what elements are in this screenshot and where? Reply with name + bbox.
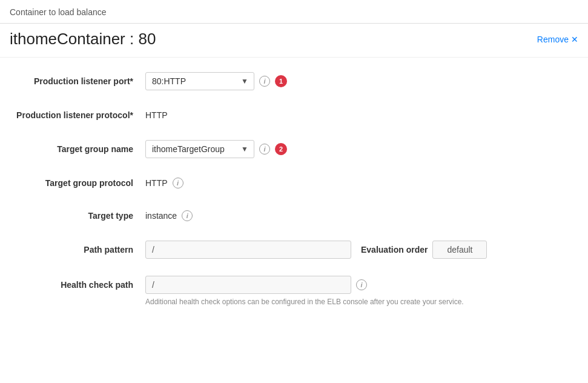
target-type-value: instance i — [145, 210, 576, 221]
remove-label: Remove — [537, 35, 569, 44]
production-listener-port-select[interactable]: 80:HTTP 443:HTTPS 8080:HTTP — [145, 72, 254, 90]
health-check-path-row: Health check path i Additional health ch… — [0, 267, 588, 315]
target-group-protocol-info-icon[interactable]: i — [173, 178, 183, 188]
health-check-path-info-icon[interactable]: i — [356, 279, 367, 290]
evaluation-order-input[interactable] — [432, 241, 487, 259]
target-group-protocol-text: HTTP — [145, 178, 168, 188]
target-group-name-label: Target group name — [12, 144, 145, 154]
target-group-protocol-value: HTTP i — [145, 178, 576, 188]
production-listener-protocol-value: HTTP — [145, 110, 576, 120]
path-pattern-input[interactable] — [145, 241, 351, 259]
target-group-name-select-wrapper: ithomeTargetGroup ▼ — [145, 140, 254, 158]
target-type-row: Target type instance i — [0, 199, 588, 232]
remove-icon: ✕ — [571, 35, 578, 44]
production-listener-protocol-text: HTTP — [145, 110, 168, 120]
section-header: Container to load balance — [0, 0, 588, 24]
path-pattern-fields: Evaluation order — [145, 241, 576, 259]
health-check-path-input[interactable] — [145, 276, 351, 294]
production-listener-port-label: Production listener port* — [12, 76, 145, 86]
section-header-label: Container to load balance — [10, 7, 107, 17]
container-title: ithomeContainer : 80 — [10, 30, 156, 48]
health-check-note: Additional health check options can be c… — [145, 298, 464, 306]
target-group-protocol-row: Target group protocol HTTP i — [0, 167, 588, 199]
target-group-protocol-label: Target group protocol — [12, 178, 145, 188]
target-type-info-icon[interactable]: i — [182, 210, 193, 221]
health-check-path-label: Health check path — [12, 280, 145, 290]
health-check-inner: Health check path i — [12, 276, 576, 294]
target-group-name-select[interactable]: ithomeTargetGroup — [145, 140, 254, 158]
target-type-text: instance — [145, 211, 177, 221]
production-listener-protocol-label: Production listener protocol* — [12, 110, 145, 120]
production-listener-port-select-wrapper: 80:HTTP 443:HTTPS 8080:HTTP ▼ — [145, 72, 254, 90]
evaluation-order-label: Evaluation order — [361, 245, 428, 255]
target-group-name-row: Target group name ithomeTargetGroup ▼ i … — [0, 132, 588, 167]
production-listener-port-row: Production listener port* 80:HTTP 443:HT… — [0, 64, 588, 99]
path-pattern-label: Path pattern — [12, 245, 145, 255]
form-body: Production listener port* 80:HTTP 443:HT… — [0, 58, 588, 327]
production-listener-port-info-icon[interactable]: i — [259, 76, 270, 87]
production-listener-protocol-row: Production listener protocol* HTTP — [0, 99, 588, 132]
target-group-name-value: ithomeTargetGroup ▼ i 2 — [145, 140, 576, 158]
production-listener-port-badge: 1 — [275, 75, 287, 87]
production-listener-port-value: 80:HTTP 443:HTTPS 8080:HTTP ▼ i 1 — [145, 72, 576, 90]
page-wrapper: Container to load balance ithomeContaine… — [0, 0, 588, 383]
health-check-path-value: i — [145, 276, 576, 294]
container-title-row: ithomeContainer : 80 Remove ✕ — [0, 24, 588, 58]
target-group-name-info-icon[interactable]: i — [259, 144, 270, 155]
path-pattern-row: Path pattern Evaluation order — [0, 232, 588, 267]
remove-button[interactable]: Remove ✕ — [537, 35, 578, 44]
evaluation-order-group: Evaluation order — [361, 241, 487, 259]
target-type-label: Target type — [12, 211, 145, 221]
target-group-name-badge: 2 — [275, 143, 287, 155]
